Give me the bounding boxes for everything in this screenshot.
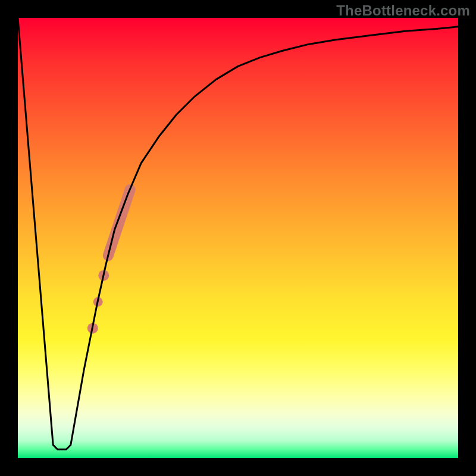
watermark-text: TheBottleneck.com xyxy=(336,2,470,19)
bottleneck-curve xyxy=(18,18,458,449)
chart-plot-area xyxy=(18,18,458,458)
chart-svg xyxy=(18,18,458,458)
markers-group xyxy=(87,190,130,334)
chart-frame: TheBottleneck.com xyxy=(0,0,476,476)
